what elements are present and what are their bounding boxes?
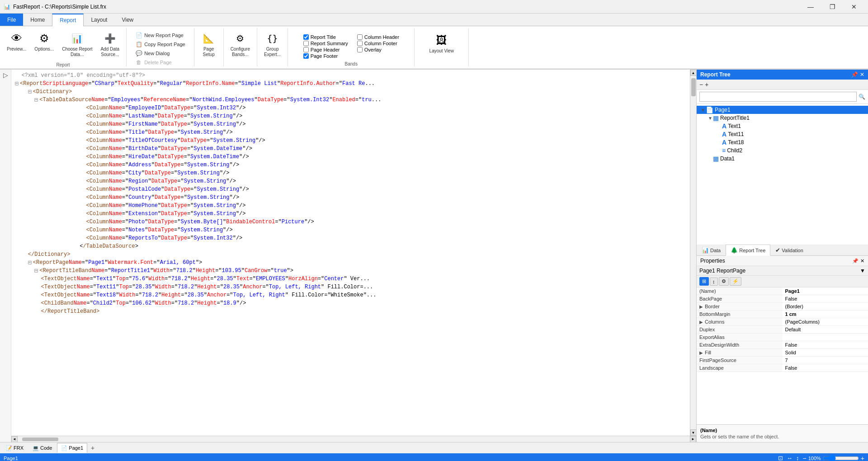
band-report-summary-check[interactable]	[303, 41, 309, 46]
bands-col2: Column Header Column Footer Overlay	[357, 34, 399, 59]
delete-page-button[interactable]: 🗑 Delete Page	[132, 58, 189, 67]
left-gutter: ▷	[0, 70, 11, 442]
zoom-in-button[interactable]: +	[861, 455, 864, 461]
prop-toolbar-sort-btn[interactable]: ↕	[710, 278, 718, 286]
fit-height-button[interactable]: ↕	[796, 455, 799, 461]
new-dialog-button[interactable]: 💬 New Dialog	[132, 49, 189, 58]
bottom-tab-frx[interactable]: 📝 FRX	[2, 443, 28, 453]
maximize-button[interactable]: ❐	[822, 0, 843, 14]
prop-toolbar-filter-btn[interactable]: ⚙	[719, 277, 729, 286]
tree-item-text11[interactable]: A Text11	[697, 130, 868, 138]
scroll-track[interactable]	[690, 76, 697, 429]
band-overlay-check[interactable]	[357, 47, 363, 52]
panel-pin-button[interactable]: 📌	[851, 71, 858, 78]
fit-width-button[interactable]: ↔	[787, 455, 793, 461]
new-report-page-button[interactable]: 📄 New Report Page	[132, 31, 189, 40]
options-button[interactable]: ⚙ Options...	[31, 29, 57, 61]
tree-item-reporttitle1[interactable]: ▼ ▦ ReportTitle1	[697, 114, 868, 122]
band-report-title-check[interactable]	[303, 34, 309, 40]
tab-validation[interactable]: ✔ Validation	[770, 245, 808, 255]
tab-layout[interactable]: Layout	[84, 14, 114, 26]
preview-button[interactable]: 👁 Preview...	[4, 29, 29, 61]
scroll-left-button[interactable]: ◄	[11, 436, 18, 442]
close-button[interactable]: ✕	[844, 0, 864, 14]
collapse-dot[interactable]: −	[34, 269, 38, 273]
scroll-down-button[interactable]: ▼	[690, 429, 697, 436]
prop-row-landscape: Landscape False	[697, 364, 868, 372]
choose-report-data-button[interactable]: 📊 Choose ReportData...	[59, 29, 95, 61]
border-expand-icon[interactable]: ▶	[699, 304, 703, 309]
collapse-dot[interactable]: −	[15, 82, 19, 85]
collapse-dot[interactable]: −	[28, 90, 32, 94]
properties-close-button[interactable]: ✕	[860, 258, 864, 264]
tab-report[interactable]: Report	[52, 14, 84, 26]
fill-expand-icon[interactable]: ▶	[699, 350, 703, 355]
tree-item-child2[interactable]: ≡ Child2	[697, 146, 868, 155]
band-overlay-label: Overlay	[364, 47, 382, 52]
tree-search-input[interactable]	[699, 92, 857, 102]
prop-toolbar-grid-btn[interactable]: ⊞	[699, 277, 709, 286]
tab-data[interactable]: 📊 Data	[697, 245, 726, 255]
code-line: <Column Name="HomePhone" DataType="Syste…	[60, 202, 686, 210]
properties-header-controls: 📌 ✕	[852, 258, 864, 264]
collapse-dot[interactable]: −	[34, 98, 38, 102]
tree-arrow-page1: ▼	[700, 108, 706, 113]
tree-item-text1-label: Text1	[728, 123, 741, 129]
ribbon-group-pages: 📄 New Report Page 📋 Copy Report Page 💬 N…	[127, 28, 194, 66]
properties-pin-button[interactable]: 📌	[852, 258, 859, 264]
left-gutter-arrow[interactable]: ▷	[3, 71, 8, 79]
panel-tabs: 📊 Data 🌲 Report Tree ✔ Validation	[697, 245, 868, 256]
tree-item-data1[interactable]: ▦ Data1	[697, 155, 868, 163]
ribbon-content: 👁 Preview... ⚙ Options... 📊 Choose Repor…	[0, 26, 868, 69]
code-line: </TableDataSource>	[60, 242, 686, 250]
tab-view[interactable]: View	[114, 14, 141, 26]
status-bar: Page1 ⊡ ↔ ↕ − 100% +	[0, 453, 868, 461]
minimize-button[interactable]: —	[800, 0, 821, 14]
prop-toolbar-events-btn[interactable]: ⚡	[730, 277, 741, 286]
configure-bands-button[interactable]: ⚙ ConfigureBands...	[227, 29, 253, 61]
add-page-tab-button[interactable]: +	[88, 443, 97, 452]
tab-home[interactable]: Home	[23, 14, 52, 26]
bottom-tab-code[interactable]: 💻 Code	[28, 443, 56, 453]
tree-minus-button[interactable]: −	[699, 81, 703, 88]
band-page-header-check[interactable]	[303, 47, 309, 52]
code-line: <Column Name="Address" DataType="System.…	[60, 161, 686, 169]
page-setup-button[interactable]: 📐 PageSetup	[198, 29, 220, 61]
tree-item-page1[interactable]: ▼ 📄 Page1	[697, 106, 868, 114]
group-expert-button[interactable]: {} GroupExpert...	[261, 29, 284, 61]
app-icon: 📊	[4, 4, 10, 10]
layout-view-button[interactable]: 🖼 Layout View	[419, 31, 464, 63]
tree-item-text18-label: Text18	[728, 139, 744, 146]
scroll-right-button[interactable]: ►	[690, 436, 696, 442]
zoom-slider[interactable]	[823, 455, 859, 461]
panel-close-button[interactable]: ✕	[860, 71, 864, 78]
h-scroll-track[interactable]	[18, 436, 690, 442]
tree-item-text18[interactable]: A Text18	[697, 138, 868, 146]
scroll-up-button[interactable]: ▲	[690, 70, 697, 76]
new-dialog-icon: 💬	[135, 50, 142, 56]
band-page-footer-check[interactable]	[303, 53, 309, 59]
status-page-label: Page1	[4, 456, 18, 461]
band-column-footer-check[interactable]	[357, 41, 363, 46]
vertical-scrollbar[interactable]: ▲ ▼	[690, 70, 696, 436]
copy-report-page-button[interactable]: 📋 Copy Report Page	[132, 40, 189, 49]
scroll-thumb[interactable]	[691, 78, 696, 96]
tree-plus-button[interactable]: +	[705, 81, 708, 88]
code-line: <TextObject Name="Text18" Width="718.2" …	[15, 291, 686, 299]
tab-report-tree[interactable]: 🌲 Report Tree	[726, 245, 770, 256]
band-column-header-check[interactable]	[357, 34, 363, 40]
new-dialog-label: New Dialog	[144, 51, 170, 56]
add-data-source-button[interactable]: ➕ Add DataSource...	[97, 29, 123, 61]
panel-header-controls: 📌 ✕	[851, 71, 864, 78]
code-content[interactable]: <?xml version="1.0" encoding="utf-8"?> −…	[11, 70, 690, 436]
zoom-out-button[interactable]: −	[802, 455, 806, 461]
tree-item-text1[interactable]: A Text1	[697, 122, 868, 130]
collapse-dot[interactable]: −	[28, 261, 32, 264]
h-scroll-thumb[interactable]	[22, 437, 58, 441]
horizontal-scrollbar[interactable]: ◄ ►	[11, 436, 696, 442]
tree-item-child2-label: Child2	[727, 147, 742, 154]
columns-expand-icon[interactable]: ▶	[699, 320, 703, 325]
fit-page-button[interactable]: ⊡	[778, 455, 783, 461]
tab-file[interactable]: File	[0, 14, 23, 26]
bottom-tab-page1[interactable]: 📄 Page1	[57, 443, 87, 453]
